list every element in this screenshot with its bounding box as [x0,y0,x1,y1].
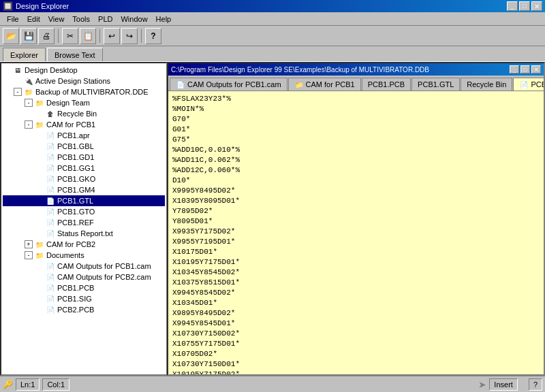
tab-browse-text[interactable]: Browse Text [47,48,103,61]
print-btn[interactable]: 🖨 [38,28,54,44]
text-line: G01* [172,125,540,135]
doc-tab-pcb1-gtl-1[interactable]: PCB1.GTL [411,78,460,91]
tree-item-label: CAM Outputs for PCB2.cam [56,273,151,281]
tree-item-icon: 📄 [45,163,56,174]
tree-item-label: PCB1.GKO [56,175,95,183]
title-bar-buttons: _ □ ✕ [507,1,542,11]
tree-item-recycle-bin[interactable]: 🗑Recycle Bin [3,108,165,119]
text-line: G70* [172,114,540,125]
tree-item-cam-for-pcb2[interactable]: +📁CAM for PCB2 [3,239,165,250]
expand-btn[interactable]: - [25,99,33,107]
toolbar: 📂 💾 🖨 ✂ 📋 ↩ ↪ ? [0,26,545,46]
tree-item-cam-outputs-pcb2[interactable]: 📄CAM Outputs for PCB2.cam [3,272,165,282]
text-line: %ADD12C,0.060*% [172,165,540,176]
doc-tabs: 📄 CAM Outputs for PCB1.cam 📁 CAM for PCB… [168,76,544,91]
doc-tab-icon-1: 📁 [294,80,304,89]
undo-btn[interactable]: ↩ [104,28,120,44]
tree-item-label: PCB1.GBL [56,142,94,150]
tree-item-label: PCB1.PCB [56,284,94,292]
tree-item-icon: 📄 [45,304,56,315]
inner-close-btn[interactable]: ✕ [531,65,541,74]
right-panel: C:\Program Files\Design Explorer 99 SE\E… [167,62,545,376]
menu-pld[interactable]: PLD [94,14,116,24]
tree-item-pcb1-gg1[interactable]: 📄PCB1.GG1 [3,163,165,174]
tree-item-icon: 📄 [45,217,56,228]
tree-item-pcb1-gko[interactable]: 📄PCB1.GKO [3,174,165,184]
tree-item-label: PCB1.SIG [56,295,92,303]
tree-item-status-report[interactable]: 📄Status Report.txt [3,228,165,239]
tab-explorer[interactable]: Explorer [3,48,46,61]
tree-item-icon: 📁 [34,239,45,250]
tree-item-icon: 🗑 [45,108,56,119]
text-line: X9945Y8545D02* [172,288,540,298]
save-btn[interactable]: 💾 [20,28,37,44]
tree-item-pcb1-gm4[interactable]: 📄PCB1.GM4 [3,184,165,195]
doc-tab-recycle[interactable]: Recycle Bin [461,78,512,91]
close-button[interactable]: ✕ [531,1,542,11]
menu-help[interactable]: Help [152,14,176,24]
tree-item-icon: 📄 [45,228,56,239]
title-bar: 🔲 Design Explorer _ □ ✕ [0,0,545,12]
tree-item-backup-multivibrator[interactable]: -📁Backup of MULTIVIBRATOR.DDE [3,86,165,97]
expand-btn[interactable]: - [25,120,33,129]
status-bar: 🔑 Ln:1 Col:1 ➤ Insert ? [0,376,545,392]
tree-item-icon: 📄 [45,141,56,152]
tree-item-label: PCB1.GTL [56,197,93,205]
tree-item-pcb1-sig[interactable]: 📄PCB1.SIG [3,293,165,304]
doc-tab-cam-outputs[interactable]: 📄 CAM Outputs for PCB1.cam [170,78,287,91]
tree-item-cam-outputs-pcb1[interactable]: 📄CAM Outputs for PCB1.cam [3,261,165,272]
tree-item-pcb1-gbl[interactable]: 📄PCB1.GBL [3,141,165,152]
menu-tools[interactable]: Tools [68,14,94,24]
cut-btn[interactable]: ✂ [62,28,78,44]
tree-item-pcb2-pcb[interactable]: 📄PCB2.PCB [3,304,165,315]
doc-tab-icon-0: 📄 [176,80,185,89]
tree-item-pcb1-apr[interactable]: 📄PCB1.apr [3,130,165,141]
tree-item-documents[interactable]: -📁Documents [3,250,165,261]
tree-item-label: Active Design Stations [34,77,110,85]
tree-item-design-team[interactable]: -📁Design Team [3,97,165,108]
inner-maximize-btn[interactable]: □ [520,65,530,74]
tree-item-icon: 📁 [34,250,45,261]
tree-item-design-desktop[interactable]: 🖥Design Desktop [3,65,165,76]
expand-btn[interactable]: - [14,88,22,96]
text-line: %MOIN*% [172,104,540,114]
tree-item-pcb1-gtl[interactable]: 📄PCB1.GTL [3,195,165,206]
tree-item-label: PCB1.GG1 [56,164,95,172]
menu-window[interactable]: Window [116,14,151,24]
doc-tab-pcb1-pcb[interactable]: PCB1.PCB [362,78,411,91]
menu-view[interactable]: View [44,14,69,24]
tree-item-pcb1-ref[interactable]: 📄PCB1.REF [3,217,165,228]
tree-item-pcb1-gd1[interactable]: 📄PCB1.GD1 [3,152,165,163]
toolbar-sep-3 [141,29,142,43]
text-line: Y8095D01* [172,216,540,227]
tree-item-icon: 📄 [45,195,56,206]
tree-item-pcb1-pcb[interactable]: 📄PCB1.PCB [3,282,165,293]
text-content-area[interactable]: %FSLAX23Y23*%%MOIN*%G70*G01*G75*%ADD10C,… [168,91,544,374]
status-insert: Insert [489,378,518,391]
tree-item-pcb1-gto[interactable]: 📄PCB1.GTO [3,206,165,217]
inner-minimize-btn[interactable]: _ [510,65,519,74]
status-help[interactable]: ? [529,378,542,391]
doc-tab-cam-pcb1[interactable]: 📁 CAM for PCB1 [288,78,361,91]
text-line: X10730Y7150D01* [172,359,540,370]
redo-btn[interactable]: ↪ [121,28,138,44]
tree-item-active-design[interactable]: 🔌Active Design Stations [3,76,165,86]
tree-item-icon: 📄 [45,282,56,293]
expand-btn[interactable]: - [25,251,33,259]
open-folder-btn[interactable]: 📂 [3,28,19,44]
menu-edit[interactable]: Edit [23,14,44,24]
tree-item-label: PCB1.REF [56,218,94,227]
tree-item-cam-for-pcb1[interactable]: -📁CAM for PCB1 [3,119,165,130]
help-btn[interactable]: ? [145,28,161,44]
expand-btn[interactable]: + [25,240,33,248]
tree-container: 🖥Design Desktop🔌Active Design Stations-📁… [3,65,165,315]
minimize-button[interactable]: _ [507,1,518,11]
tree-item-label: PCB1.GM4 [56,186,95,194]
doc-tab-pcb1-gtl-active[interactable]: 📄 PCB1.GTL [513,78,544,91]
tree-item-label: CAM Outputs for PCB1.cam [56,262,151,270]
paste-btn[interactable]: 📋 [80,28,96,44]
maximize-button[interactable]: □ [519,1,530,11]
tree-item-icon: 📄 [45,261,56,272]
text-line: X9895Y8495D02* [172,308,540,318]
menu-file[interactable]: File [3,14,23,24]
